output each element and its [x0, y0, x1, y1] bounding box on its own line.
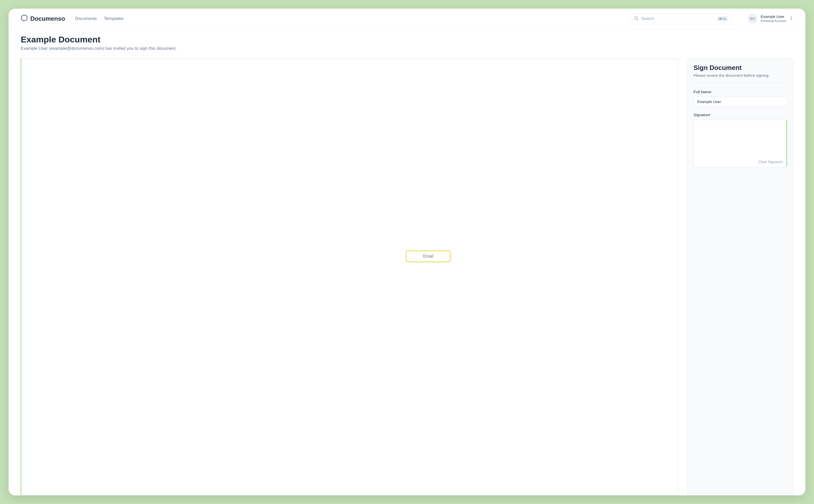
sign-panel: Sign Document Please review the document…: [687, 58, 793, 495]
brand-logo[interactable]: Documenso: [21, 14, 65, 23]
panel-subtitle: Please review the document before signin…: [694, 73, 787, 78]
document-viewer[interactable]: Email: [21, 58, 679, 495]
full-name-group: Full Name: [694, 90, 787, 107]
signature-group: Signature Clear Signature: [694, 113, 787, 167]
page-subtitle: Example User (example@documenso.com) has…: [21, 46, 793, 51]
account-text: Example User Personal Account: [761, 14, 786, 23]
main-nav: Documents Templates: [75, 16, 123, 21]
nav-templates[interactable]: Templates: [104, 16, 123, 21]
signing-field-label: Email: [423, 254, 433, 258]
search-shortcut: ⌘+K: [717, 16, 728, 21]
avatar: EU: [748, 14, 758, 24]
search-input[interactable]: [641, 16, 714, 21]
svg-line-1: [637, 19, 638, 20]
nav-documents[interactable]: Documents: [75, 16, 97, 21]
brand-name: Documenso: [30, 15, 65, 22]
signing-field-email[interactable]: Email: [406, 251, 450, 262]
clear-signature-button[interactable]: Clear Signature: [758, 160, 783, 164]
content-row: Email Sign Document Please review the do…: [21, 58, 793, 495]
full-name-label: Full Name: [694, 90, 787, 94]
signature-label: Signature: [694, 113, 787, 117]
signature-pad[interactable]: Clear Signature: [694, 120, 787, 167]
account-subtitle: Personal Account: [761, 19, 786, 23]
panel-divider: [694, 82, 787, 83]
account-menu[interactable]: EU Example User Personal Account: [748, 14, 793, 24]
account-name: Example User: [761, 14, 786, 19]
brand-icon: [21, 14, 28, 23]
search-wrap: ⌘+K: [630, 13, 731, 24]
panel-title: Sign Document: [694, 64, 787, 72]
full-name-input[interactable]: [694, 97, 787, 107]
svg-point-0: [634, 16, 637, 19]
document-page: Email: [23, 60, 677, 494]
page-content: Example Document Example User (example@d…: [9, 29, 805, 495]
chevron-up-down-icon: [789, 16, 793, 21]
search-bar[interactable]: ⌘+K: [630, 13, 731, 24]
top-bar: Documenso Documents Templates ⌘+K EU Exa…: [9, 9, 805, 29]
app-window: Documenso Documents Templates ⌘+K EU Exa…: [9, 9, 805, 495]
page-title: Example Document: [21, 35, 793, 44]
search-icon: [634, 16, 639, 22]
